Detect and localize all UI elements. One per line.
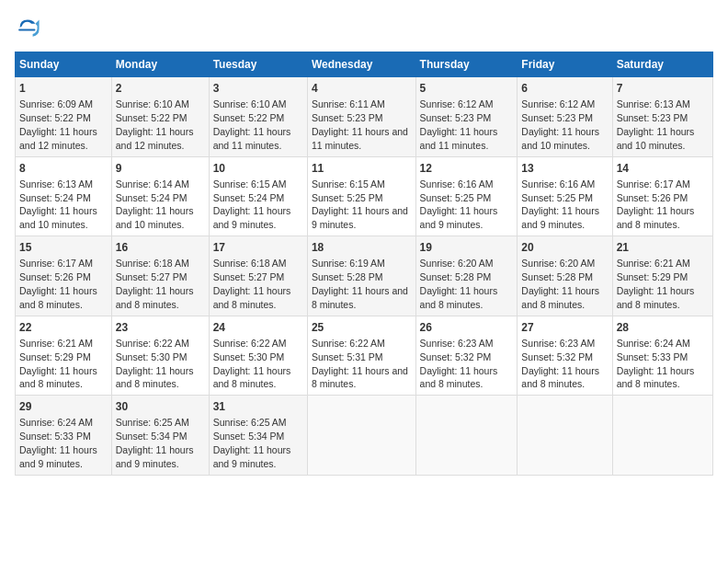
sunset-info: Sunset: 5:24 PM <box>116 192 188 203</box>
daylight-info: Daylight: 11 hours and 11 minutes. <box>420 126 498 151</box>
day-number: 31 <box>213 399 303 414</box>
calendar-cell: 11Sunrise: 6:15 AMSunset: 5:25 PMDayligh… <box>307 156 415 236</box>
sunrise-info: Sunrise: 6:09 AM <box>19 98 93 109</box>
sunset-info: Sunset: 5:25 PM <box>521 192 593 203</box>
day-number: 10 <box>213 161 303 176</box>
daylight-info: Daylight: 11 hours and 9 minutes. <box>213 205 291 230</box>
day-number: 16 <box>116 240 205 255</box>
calendar-cell: 19Sunrise: 6:20 AMSunset: 5:28 PMDayligh… <box>415 236 518 316</box>
calendar-cell: 14Sunrise: 6:17 AMSunset: 5:26 PMDayligh… <box>612 156 712 236</box>
daylight-info: Daylight: 11 hours and 10 minutes. <box>617 126 695 151</box>
calendar-cell: 4Sunrise: 6:11 AMSunset: 5:23 PMDaylight… <box>307 77 415 157</box>
sunrise-info: Sunrise: 6:21 AM <box>617 258 690 269</box>
sunset-info: Sunset: 5:23 PM <box>420 112 492 123</box>
daylight-info: Daylight: 11 hours and 11 minutes. <box>213 126 291 151</box>
sunrise-info: Sunrise: 6:20 AM <box>521 258 595 269</box>
day-number: 18 <box>312 240 412 255</box>
calendar-cell: 5Sunrise: 6:12 AMSunset: 5:23 PMDaylight… <box>415 77 518 157</box>
calendar-cell: 18Sunrise: 6:19 AMSunset: 5:28 PMDayligh… <box>307 236 415 316</box>
header-thursday: Thursday <box>415 52 518 77</box>
calendar-cell: 3Sunrise: 6:10 AMSunset: 5:22 PMDaylight… <box>209 77 307 157</box>
sunrise-info: Sunrise: 6:22 AM <box>213 338 287 349</box>
day-number: 2 <box>116 81 205 96</box>
week-row-3: 22Sunrise: 6:21 AMSunset: 5:29 PMDayligh… <box>16 316 713 396</box>
header-wednesday: Wednesday <box>307 52 415 77</box>
week-row-2: 15Sunrise: 6:17 AMSunset: 5:26 PMDayligh… <box>16 236 713 316</box>
sunset-info: Sunset: 5:34 PM <box>213 431 285 442</box>
calendar-cell: 7Sunrise: 6:13 AMSunset: 5:23 PMDaylight… <box>612 77 712 157</box>
daylight-info: Daylight: 11 hours and 10 minutes. <box>116 205 194 230</box>
daylight-info: Daylight: 11 hours and 11 minutes. <box>312 126 408 151</box>
sunrise-info: Sunrise: 6:10 AM <box>116 98 189 109</box>
sunrise-info: Sunrise: 6:21 AM <box>19 338 93 349</box>
sunrise-info: Sunrise: 6:17 AM <box>617 178 690 190</box>
day-number: 27 <box>521 320 608 335</box>
calendar-cell: 26Sunrise: 6:23 AMSunset: 5:32 PMDayligh… <box>415 316 518 396</box>
daylight-info: Daylight: 11 hours and 8 minutes. <box>617 285 695 310</box>
day-number: 1 <box>19 81 108 96</box>
calendar-cell: 10Sunrise: 6:15 AMSunset: 5:24 PMDayligh… <box>209 156 307 236</box>
sunrise-info: Sunrise: 6:19 AM <box>312 258 385 269</box>
sunrise-info: Sunrise: 6:13 AM <box>19 178 93 190</box>
daylight-info: Daylight: 11 hours and 12 minutes. <box>116 126 194 151</box>
sunset-info: Sunset: 5:31 PM <box>312 351 383 362</box>
sunrise-info: Sunrise: 6:18 AM <box>116 258 189 269</box>
sunset-info: Sunset: 5:28 PM <box>312 271 383 282</box>
daylight-info: Daylight: 11 hours and 8 minutes. <box>420 285 498 310</box>
calendar-cell: 28Sunrise: 6:24 AMSunset: 5:33 PMDayligh… <box>612 316 712 396</box>
calendar-cell: 13Sunrise: 6:16 AMSunset: 5:25 PMDayligh… <box>518 156 612 236</box>
daylight-info: Daylight: 11 hours and 8 minutes. <box>19 365 97 390</box>
sunrise-info: Sunrise: 6:10 AM <box>213 98 287 109</box>
calendar-cell: 17Sunrise: 6:18 AMSunset: 5:27 PMDayligh… <box>209 236 307 316</box>
sunrise-info: Sunrise: 6:22 AM <box>312 338 385 349</box>
day-number: 19 <box>420 240 514 255</box>
sunset-info: Sunset: 5:27 PM <box>116 271 188 282</box>
day-number: 7 <box>617 81 709 96</box>
sunset-info: Sunset: 5:23 PM <box>521 112 593 123</box>
daylight-info: Daylight: 11 hours and 9 minutes. <box>521 205 599 230</box>
sunrise-info: Sunrise: 6:24 AM <box>19 417 93 428</box>
header-tuesday: Tuesday <box>209 52 307 77</box>
logo-icon <box>15 15 40 40</box>
daylight-info: Daylight: 11 hours and 8 minutes. <box>213 285 291 310</box>
week-row-1: 8Sunrise: 6:13 AMSunset: 5:24 PMDaylight… <box>16 156 713 236</box>
daylight-info: Daylight: 11 hours and 10 minutes. <box>19 205 97 230</box>
daylight-info: Daylight: 11 hours and 8 minutes. <box>420 365 498 390</box>
calendar-cell: 1Sunrise: 6:09 AMSunset: 5:22 PMDaylight… <box>16 77 112 157</box>
day-number: 26 <box>420 320 514 335</box>
daylight-info: Daylight: 11 hours and 8 minutes. <box>19 285 97 310</box>
page-header <box>15 15 713 40</box>
calendar-cell: 23Sunrise: 6:22 AMSunset: 5:30 PMDayligh… <box>111 316 209 396</box>
sunset-info: Sunset: 5:24 PM <box>19 192 91 203</box>
day-number: 24 <box>213 320 303 335</box>
header-row: SundayMondayTuesdayWednesdayThursdayFrid… <box>16 52 713 77</box>
daylight-info: Daylight: 11 hours and 8 minutes. <box>116 365 194 390</box>
sunset-info: Sunset: 5:24 PM <box>213 192 285 203</box>
day-number: 17 <box>213 240 303 255</box>
daylight-info: Daylight: 11 hours and 12 minutes. <box>19 126 97 151</box>
sunset-info: Sunset: 5:29 PM <box>19 351 91 362</box>
day-number: 15 <box>19 240 108 255</box>
header-saturday: Saturday <box>612 52 712 77</box>
sunrise-info: Sunrise: 6:12 AM <box>521 98 595 109</box>
calendar-cell: 16Sunrise: 6:18 AMSunset: 5:27 PMDayligh… <box>111 236 209 316</box>
sunrise-info: Sunrise: 6:14 AM <box>116 178 189 190</box>
calendar-cell: 8Sunrise: 6:13 AMSunset: 5:24 PMDaylight… <box>16 156 112 236</box>
day-number: 28 <box>617 320 709 335</box>
svg-rect-0 <box>18 29 35 30</box>
day-number: 23 <box>116 320 205 335</box>
sunset-info: Sunset: 5:26 PM <box>19 271 91 282</box>
sunset-info: Sunset: 5:22 PM <box>116 112 188 123</box>
week-row-0: 1Sunrise: 6:09 AMSunset: 5:22 PMDaylight… <box>16 77 713 157</box>
calendar-cell: 21Sunrise: 6:21 AMSunset: 5:29 PMDayligh… <box>612 236 712 316</box>
daylight-info: Daylight: 11 hours and 8 minutes. <box>312 285 408 310</box>
calendar-cell: 29Sunrise: 6:24 AMSunset: 5:33 PMDayligh… <box>16 396 112 476</box>
daylight-info: Daylight: 11 hours and 8 minutes. <box>617 205 695 230</box>
day-number: 6 <box>521 81 608 96</box>
day-number: 29 <box>19 399 108 414</box>
sunrise-info: Sunrise: 6:23 AM <box>521 338 595 349</box>
calendar-body: 1Sunrise: 6:09 AMSunset: 5:22 PMDaylight… <box>16 77 713 476</box>
sunset-info: Sunset: 5:23 PM <box>617 112 688 123</box>
sunrise-info: Sunrise: 6:15 AM <box>213 178 287 190</box>
calendar-cell: 6Sunrise: 6:12 AMSunset: 5:23 PMDaylight… <box>518 77 612 157</box>
